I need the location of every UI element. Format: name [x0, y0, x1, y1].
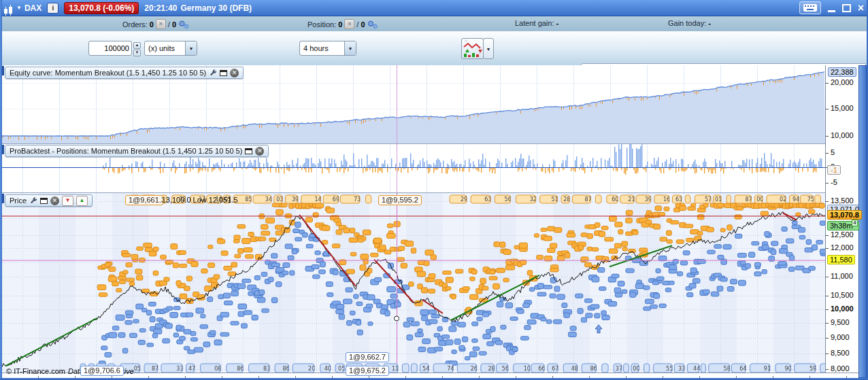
- orders-total: 0: [172, 20, 176, 29]
- panel-corner: [2, 66, 4, 75]
- vertical-scrollbar[interactable]: [858, 65, 867, 378]
- axis-tick: [826, 353, 829, 354]
- close-position-icon[interactable]: ×: [344, 19, 354, 29]
- units-select[interactable]: (x) units ▼: [144, 41, 197, 56]
- status-bar: Orders: 0 × / 0 ⚙⚙ Position: 0 × / 0 ⚙⚙ …: [0, 16, 868, 32]
- detach-window-icon[interactable]: [220, 70, 227, 76]
- quantity-stepper[interactable]: ▲▼: [133, 42, 141, 56]
- axis-tick: [826, 235, 829, 236]
- close-panel-icon[interactable]: ✕: [50, 196, 59, 205]
- axis-label: 9,000: [831, 333, 850, 341]
- toolbar: ▲▼ (x) units ▼ 4 hours ▼ ▼ ▶: [0, 31, 868, 66]
- latent-gain-value: -: [556, 19, 559, 27]
- chevron-down-icon[interactable]: ▼: [344, 41, 356, 55]
- keyboard-icon[interactable]: [799, 1, 821, 14]
- axis-tick: [826, 248, 829, 249]
- minimize-button[interactable]: [828, 10, 835, 12]
- axis-label: 12,500: [831, 230, 854, 239]
- detach-window-icon[interactable]: [245, 148, 252, 154]
- instrument-name[interactable]: DAX: [24, 3, 41, 13]
- gain-today-value: -: [708, 19, 711, 27]
- units-selected-value: (x) units: [145, 44, 185, 52]
- orders-status: Orders: 0 × / 0 ⚙⚙: [122, 19, 190, 29]
- chart-style-dropdown-arrow[interactable]: ▼: [483, 38, 494, 59]
- equity-panel-title: Equity curve: Momentum Breakout (1.5 1,4…: [10, 69, 206, 77]
- axis-tick: [826, 153, 829, 154]
- position-gear-icon[interactable]: ⚙⚙: [367, 20, 380, 29]
- axis-label: 13,500: [831, 196, 854, 205]
- axis-tick: [826, 136, 829, 137]
- price-panel-header: Price ✕ ▼ ▲: [5, 194, 93, 207]
- axis-label: 10,500: [831, 291, 854, 299]
- trade-badge: 1@9,661.3: [125, 195, 163, 205]
- timeframe-select[interactable]: 4 hours ▼: [299, 41, 356, 56]
- instrument-dropdown-caret-icon[interactable]: ▼: [16, 5, 22, 11]
- orders-count: 0: [150, 20, 154, 29]
- axis-label: 11,000: [831, 272, 853, 280]
- detach-window-icon[interactable]: [40, 198, 48, 204]
- orders-label: Orders:: [122, 20, 148, 29]
- copyright-text: © IT-Finance.com: [6, 367, 65, 375]
- equity-current-value-badge: 22,388: [828, 67, 856, 77]
- axis-label: 20,000: [831, 78, 854, 86]
- position-total: 0: [361, 20, 365, 29]
- axis-label: 10,000: [831, 131, 854, 139]
- position-label: Position:: [307, 20, 336, 29]
- axis-tick: [826, 323, 829, 324]
- maximize-button[interactable]: [842, 4, 851, 12]
- chart-style-button[interactable]: [461, 38, 484, 59]
- axis-tick: [826, 277, 829, 277]
- position-count: 0: [338, 20, 342, 29]
- close-button[interactable]: ×: [858, 3, 864, 14]
- axis-tick: [826, 296, 829, 296]
- equity-panel-header: Equity curve: Momentum Breakout (1.5 1,4…: [5, 67, 244, 79]
- sell-arrow-button[interactable]: ▼: [62, 196, 73, 206]
- last-price-badge: 13,070.8: [827, 210, 862, 220]
- trading-platform-window: ▼ DAX i 13,070.8 (-0.06%) 20:21:40 Germa…: [0, 0, 868, 380]
- trade-badge: 1@9,675.2: [346, 366, 389, 376]
- clock: 20:21:40: [144, 3, 177, 13]
- panel-corner: [2, 194, 4, 203]
- positions-panel-title: ProBacktest - Positions: Momentum Breako…: [10, 147, 242, 155]
- positions-panel-header: ProBacktest - Positions: Momentum Breako…: [5, 145, 269, 157]
- info-icon[interactable]: i: [47, 3, 59, 14]
- gain-today: Gain today: -: [668, 19, 711, 27]
- candlestick-icon: [4, 3, 12, 14]
- axis-label: 8,500: [831, 349, 850, 357]
- price-axis-column: 22,38820,00015,00010,00050-5-113,50012,5…: [825, 65, 859, 378]
- positions-current-badge: -1: [827, 165, 841, 175]
- cancel-orders-icon[interactable]: ×: [156, 19, 166, 29]
- close-panel-icon[interactable]: ✕: [255, 147, 264, 156]
- axis-tick: [826, 338, 829, 339]
- trade-badge: 1@9,706.6: [80, 366, 124, 376]
- chevron-down-icon[interactable]: ▼: [185, 41, 197, 55]
- axis-label: -5: [831, 178, 837, 186]
- position-status: Position: 0 × / 0 ⚙⚙: [307, 19, 380, 29]
- axis-tick: [826, 109, 829, 109]
- price-chart-canvas[interactable]: [2, 193, 825, 373]
- axis-tick: [826, 309, 829, 310]
- market-name: Germany 30 (DFB): [180, 3, 252, 13]
- wrench-icon[interactable]: [209, 69, 217, 77]
- axis-label: 5: [831, 148, 835, 156]
- wrench-icon[interactable]: [29, 196, 37, 205]
- title-bar: ▼ DAX i 13,070.8 (-0.06%) 20:21:40 Germa…: [0, 0, 868, 16]
- orders-gear-icon[interactable]: ⚙⚙: [178, 20, 190, 29]
- window-border: [0, 0, 2, 380]
- buy-arrow-button[interactable]: ▲: [76, 196, 88, 206]
- axis-tick: [826, 369, 829, 370]
- close-panel-icon[interactable]: ✕: [230, 69, 239, 77]
- axis-tick: [826, 183, 829, 184]
- axis-label: 12,000: [831, 243, 854, 252]
- latent-gain: Latent gain: -: [515, 19, 558, 27]
- axis-label: 10,000: [831, 305, 854, 313]
- axis-tick: [826, 201, 829, 202]
- timeframe-selected-value: 4 hours: [300, 44, 344, 52]
- trade-tooltip-badge: 1@9,662.7: [346, 352, 389, 362]
- axis-tick: [826, 83, 829, 84]
- quantity-input[interactable]: [88, 41, 132, 56]
- countdown-sup: 4: [852, 220, 857, 226]
- crosshair-price-badge: 11,580: [827, 255, 855, 264]
- chart-style-icon: [462, 39, 483, 58]
- panel-corner: [2, 145, 4, 154]
